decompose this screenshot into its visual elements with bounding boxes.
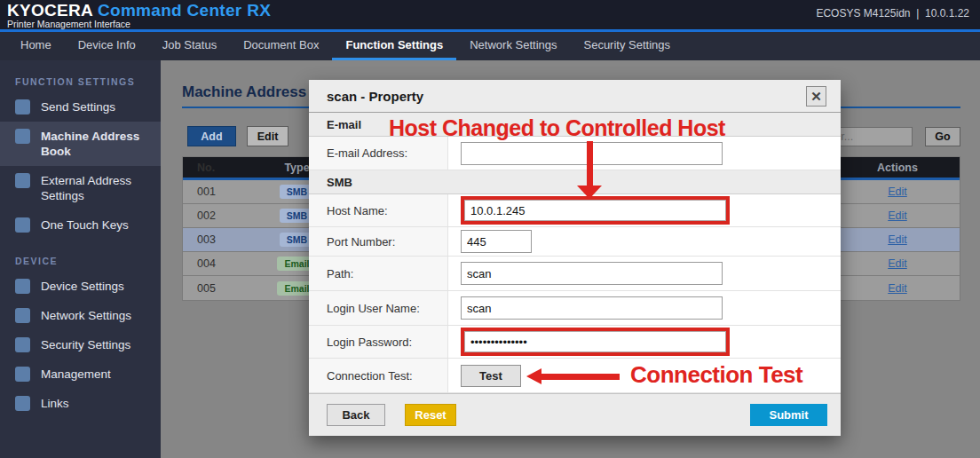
square-icon xyxy=(15,129,30,144)
cell-no: 003 xyxy=(183,233,250,246)
test-button[interactable]: Test xyxy=(461,365,521,387)
reset-button[interactable]: Reset xyxy=(405,404,456,426)
square-icon xyxy=(15,396,30,411)
sidebar-item-device-settings[interactable]: Device Settings xyxy=(0,272,161,301)
dialog-title: scan - Property xyxy=(327,89,423,104)
device-ip: 10.0.1.22 xyxy=(925,7,969,20)
annotation-down-arrow-shaft xyxy=(587,141,593,186)
square-icon xyxy=(15,279,30,294)
device-info: ECOSYS M4125idn | 10.0.1.22 xyxy=(816,7,969,20)
sidebar-item-label: Links xyxy=(41,396,69,411)
column-header-no: No. xyxy=(183,162,250,174)
dialog-footer: Back Reset Submit xyxy=(309,393,841,436)
sidebar-item-management[interactable]: Management xyxy=(0,359,161,389)
sidebar-item-send-settings[interactable]: Send Settings xyxy=(0,92,161,122)
back-button[interactable]: Back xyxy=(327,404,385,426)
sidebar-item-label: One Touch Keys xyxy=(41,217,129,233)
red-highlight-box xyxy=(461,328,730,356)
top-header: KYOCERA Command Center RX Printer Manage… xyxy=(0,0,980,29)
cell-no: 002 xyxy=(183,209,250,222)
sidebar-item-label: Network Settings xyxy=(41,308,131,323)
row-edit-link[interactable]: Edit xyxy=(888,233,907,246)
field-row-host-name: Host Name: xyxy=(309,194,841,227)
annotation-left-arrow-shaft xyxy=(541,374,620,380)
square-icon xyxy=(15,217,30,233)
square-icon xyxy=(15,173,30,188)
path-input[interactable] xyxy=(461,262,723,285)
main-nav: Home Device Info Job Status Document Box… xyxy=(0,32,980,60)
edit-button[interactable]: Edit xyxy=(247,126,288,146)
field-row-path: Path: xyxy=(309,257,841,291)
nav-function-settings[interactable]: Function Settings xyxy=(332,32,456,60)
go-button[interactable]: Go xyxy=(925,127,960,146)
dialog-title-bar: scan - Property ✕ xyxy=(309,80,841,113)
brand-product: Command Center RX xyxy=(98,1,271,20)
host-name-input[interactable] xyxy=(464,200,726,221)
square-icon xyxy=(15,337,30,352)
header-subtitle: Printer Management Interface xyxy=(7,19,130,29)
row-edit-link[interactable]: Edit xyxy=(888,282,907,295)
nav-document-box[interactable]: Document Box xyxy=(230,32,332,60)
close-icon[interactable]: ✕ xyxy=(806,86,826,107)
device-model: ECOSYS M4125idn xyxy=(816,7,910,20)
field-label: E-mail Address: xyxy=(309,137,448,170)
nav-security-settings[interactable]: Security Settings xyxy=(570,32,684,60)
device-info-separator: | xyxy=(916,7,919,20)
submit-button[interactable]: Submit xyxy=(750,404,827,426)
brand-logo: KYOCERA Command Center RX xyxy=(7,1,271,20)
square-icon xyxy=(15,367,30,382)
sidebar-item-one-touch-keys[interactable]: One Touch Keys xyxy=(0,210,161,240)
field-label: Host Name: xyxy=(309,194,448,226)
sidebar-section-device: DEVICE xyxy=(0,240,161,272)
command-center-app: KYOCERA Command Center RX Printer Manage… xyxy=(0,0,980,458)
column-header-actions: Actions xyxy=(835,162,960,174)
add-button[interactable]: Add xyxy=(187,126,236,146)
sidebar-item-label: External Address Settings xyxy=(41,173,152,203)
field-label: Port Number: xyxy=(309,227,448,256)
sidebar-item-label: Machine Address Book xyxy=(41,129,152,159)
square-icon xyxy=(15,99,30,114)
field-label: Path: xyxy=(309,257,448,290)
square-icon xyxy=(15,308,30,323)
nav-job-status[interactable]: Job Status xyxy=(149,32,230,60)
nav-network-settings[interactable]: Network Settings xyxy=(456,32,570,60)
section-header-smb: SMB xyxy=(309,170,841,194)
login-user-name-input[interactable] xyxy=(461,296,723,320)
field-row-email-address: E-mail Address: xyxy=(309,137,841,170)
sidebar-item-label: Send Settings xyxy=(41,99,115,114)
sidebar-item-machine-address-book[interactable]: Machine Address Book xyxy=(0,122,161,166)
cell-no: 004 xyxy=(183,257,250,270)
cell-no: 001 xyxy=(183,186,250,198)
field-row-login-password: Login Password: xyxy=(309,326,841,359)
annotation-down-arrow-icon xyxy=(577,186,602,199)
sidebar-item-network-settings[interactable]: Network Settings xyxy=(0,301,161,330)
sidebar-item-label: Security Settings xyxy=(41,337,130,352)
field-label: Login User Name: xyxy=(309,291,448,325)
nav-home[interactable]: Home xyxy=(7,32,65,60)
sidebar-section-function-settings: FUNCTION SETTINGS xyxy=(0,60,161,92)
row-edit-link[interactable]: Edit xyxy=(888,186,907,198)
field-label: Connection Test: xyxy=(309,359,448,392)
sidebar-item-links[interactable]: Links xyxy=(0,389,161,418)
sidebar: FUNCTION SETTINGS Send Settings Machine … xyxy=(0,60,161,458)
annotation-host-changed-text: Host Changed to Controlled Host xyxy=(389,115,725,141)
annotation-connection-test-text: Connection Test xyxy=(630,361,802,389)
port-number-input[interactable] xyxy=(461,230,532,253)
red-highlight-box xyxy=(461,196,730,225)
field-row-port-number: Port Number: xyxy=(309,227,841,257)
scan-property-dialog: scan - Property ✕ E-mail E-mail Address:… xyxy=(309,80,841,436)
sidebar-item-label: Management xyxy=(41,367,111,382)
login-password-input[interactable] xyxy=(464,331,726,352)
sidebar-item-external-address-settings[interactable]: External Address Settings xyxy=(0,166,161,210)
cell-no: 005 xyxy=(183,282,250,295)
nav-device-info[interactable]: Device Info xyxy=(65,32,149,60)
annotation-left-arrow-icon xyxy=(526,368,541,384)
brand-kyocera: KYOCERA xyxy=(7,1,92,20)
sidebar-item-label: Device Settings xyxy=(41,279,124,294)
row-edit-link[interactable]: Edit xyxy=(888,209,907,222)
field-label: Login Password: xyxy=(309,326,448,358)
field-row-login-user-name: Login User Name: xyxy=(309,291,841,326)
row-edit-link[interactable]: Edit xyxy=(888,257,907,270)
sidebar-item-security-settings[interactable]: Security Settings xyxy=(0,330,161,359)
